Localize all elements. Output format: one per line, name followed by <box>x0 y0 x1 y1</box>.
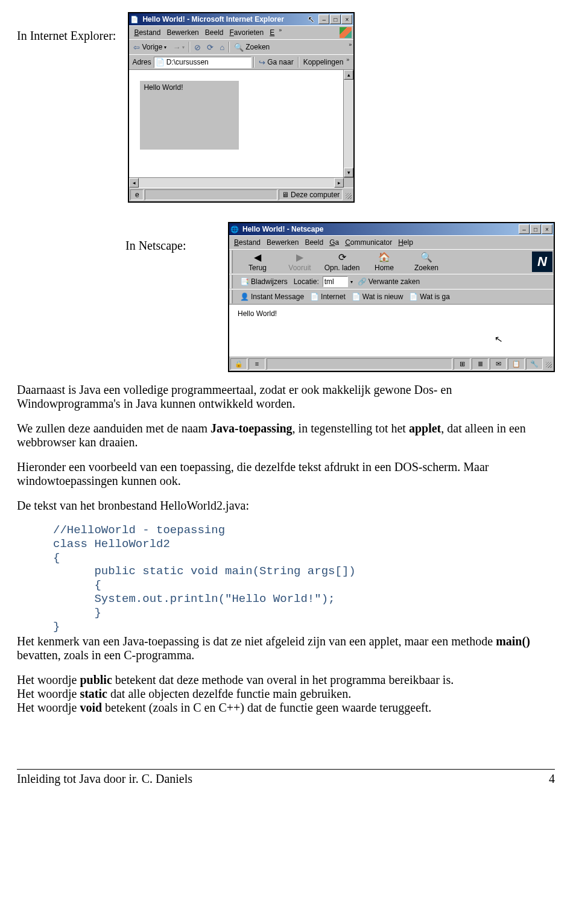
search-label: Zoeken <box>414 264 438 272</box>
scroll-up-icon[interactable]: ▴ <box>344 70 353 80</box>
menu-bewerken[interactable]: Bewerken <box>163 28 201 37</box>
ns-content-area: Hello World! ↖ <box>229 304 554 356</box>
address-input[interactable]: 📄 D:\cursussen <box>154 57 252 68</box>
scroll-down-icon[interactable]: ▾ <box>344 168 353 177</box>
term-main: main() <box>496 634 530 648</box>
paragraph-2: We zullen deze aanduiden met de naam Jav… <box>17 422 555 449</box>
menu-bestand[interactable]: Bestand <box>231 238 264 247</box>
forward-label: Vooruit <box>288 264 311 272</box>
status-icon-2: ≡ <box>248 358 265 370</box>
close-button[interactable]: × <box>542 224 552 234</box>
component-icon-2[interactable]: ≣ <box>472 358 489 370</box>
scroll-right-icon[interactable]: ▸ <box>334 178 344 188</box>
home-button[interactable]: 🏠Home <box>363 252 405 272</box>
menu-ga[interactable]: Ga <box>326 238 342 247</box>
minimize-button[interactable]: – <box>318 14 329 24</box>
security-icon[interactable]: 🔒 <box>230 358 247 370</box>
new-label: Wat is nieuw <box>362 293 403 301</box>
internet-button[interactable]: 📄Internet <box>308 293 348 301</box>
ie-section-label: In Internet Explorer: <box>17 12 116 43</box>
search-button[interactable]: 🔍Zoeken <box>405 252 448 272</box>
toolbar-handle[interactable] <box>230 250 235 273</box>
stop-button[interactable]: ⊘ <box>192 42 203 52</box>
maximize-button[interactable]: □ <box>330 14 341 24</box>
menu-beeld[interactable]: Beeld <box>302 238 326 247</box>
maximize-button[interactable]: □ <box>530 224 541 234</box>
status-message <box>145 189 277 200</box>
links-chevron-icon: » <box>345 57 349 63</box>
footer-left: Inleiding tot Java door ir. C. Daniels <box>17 772 192 786</box>
ns-throbber-icon: N <box>532 252 552 272</box>
home-icon: 🏠 <box>378 252 390 263</box>
component-icon-5[interactable]: 🔧 <box>526 358 543 370</box>
search-icon: 🔍 <box>420 252 432 263</box>
vertical-scrollbar[interactable]: ▴ ▾ <box>343 70 353 177</box>
ns-section-label: In Netscape: <box>17 222 186 253</box>
component-icon-4[interactable]: 📋 <box>508 358 525 370</box>
menu-favorieten[interactable]: Favorieten <box>227 28 267 37</box>
ie-window: 📄 Hello World! - Microsoft Internet Expl… <box>128 12 355 203</box>
zone-label: Deze computer <box>291 191 340 199</box>
go-button[interactable]: ↪Ga naar <box>256 57 296 68</box>
ie-page-icon: 📄 <box>130 15 139 24</box>
reload-button[interactable]: ⟳Opn. laden <box>321 252 363 272</box>
ie-titlebar[interactable]: 📄 Hello World! - Microsoft Internet Expl… <box>129 13 353 25</box>
horizontal-scrollbar[interactable]: ◂ ▸ <box>129 177 353 188</box>
component-icon-3[interactable]: ✉ <box>490 358 507 370</box>
menu-bestand[interactable]: Bestand <box>131 28 163 37</box>
related-label: Verwante zaken <box>369 277 420 286</box>
menu-bewerken[interactable]: Bewerken <box>264 238 302 247</box>
personal-handle[interactable] <box>230 290 235 303</box>
search-label: Zoeken <box>245 43 270 51</box>
ns-location-bar: 📑Bladwijzers Locatie: tml ▾ 🔗Verwante za… <box>229 274 554 289</box>
term-static: static <box>80 687 107 700</box>
netscape-window: 🌐 Hello World! - Netscape – □ × Bestand … <box>228 222 555 372</box>
ns-titlebar[interactable]: 🌐 Hello World! - Netscape – □ × <box>229 223 554 235</box>
home-button[interactable]: ⌂ <box>217 42 227 52</box>
close-button[interactable]: × <box>341 14 352 24</box>
search-button[interactable]: 🔍Zoeken <box>232 42 272 52</box>
back-button[interactable]: ⇦Vorige▾ <box>131 42 169 52</box>
new-icon: 📄 <box>352 293 361 301</box>
forward-icon: ▶ <box>296 252 303 263</box>
back-button[interactable]: ◀Terug <box>236 252 279 272</box>
scroll-left-icon[interactable]: ◂ <box>129 178 139 188</box>
refresh-button[interactable]: ⟳ <box>204 42 216 52</box>
resize-grip[interactable] <box>344 190 352 200</box>
menu-help[interactable]: Help <box>395 238 416 247</box>
minimize-button[interactable]: – <box>519 224 530 234</box>
component-icon-1[interactable]: ⊞ <box>454 358 470 370</box>
menu-beeld[interactable]: Beeld <box>202 28 227 37</box>
location-input[interactable]: tml <box>323 276 348 287</box>
whats-button[interactable]: 📄Wat is ga <box>407 293 452 301</box>
location-label: Locatie: <box>291 277 321 286</box>
ns-app-icon: 🌐 <box>230 225 239 233</box>
forward-button[interactable]: →▾ <box>170 42 187 52</box>
code-block: //HelloWorld - toepassing class HelloWor… <box>53 524 555 633</box>
forward-button[interactable]: ▶Vooruit <box>279 252 321 272</box>
ie-window-title: Hello World! - Microsoft Internet Explor… <box>141 15 304 24</box>
search-icon: 🔍 <box>234 43 244 51</box>
refresh-icon: ⟳ <box>207 43 214 51</box>
bookmarks-label: Bladwijzers <box>251 277 288 286</box>
cursor-icon: ↖ <box>308 14 315 24</box>
location-handle[interactable] <box>230 275 235 288</box>
instant-message-button[interactable]: 👤Instant Message <box>238 293 306 301</box>
address-label: Adres <box>131 58 152 66</box>
cursor-icon: ↖ <box>493 333 503 346</box>
back-arrow-icon: ⇦ <box>133 43 140 51</box>
related-button[interactable]: 🔗Verwante zaken <box>355 277 422 286</box>
bookmarks-button[interactable]: 📑Bladwijzers <box>238 277 290 286</box>
links-button[interactable]: Koppelingen» <box>301 57 352 68</box>
toolbar-overflow-icon[interactable]: » <box>347 42 352 48</box>
menu-overflow-icon[interactable]: » <box>277 27 282 33</box>
bookmarks-icon: 📑 <box>240 277 249 286</box>
menu-extra[interactable]: E <box>267 28 277 37</box>
back-label: Vorige <box>142 43 162 51</box>
page-number: 4 <box>549 772 555 786</box>
whats-new-button[interactable]: 📄Wat is nieuw <box>349 293 406 301</box>
paragraph-6-8: Het woordje public betekent dat deze met… <box>17 673 555 715</box>
menu-communicator[interactable]: Communicator <box>342 238 395 247</box>
resize-grip[interactable] <box>544 359 552 369</box>
ie-toolbar: ⇦Vorige▾ →▾ ⊘ ⟳ ⌂ 🔍Zoeken » <box>129 39 353 54</box>
